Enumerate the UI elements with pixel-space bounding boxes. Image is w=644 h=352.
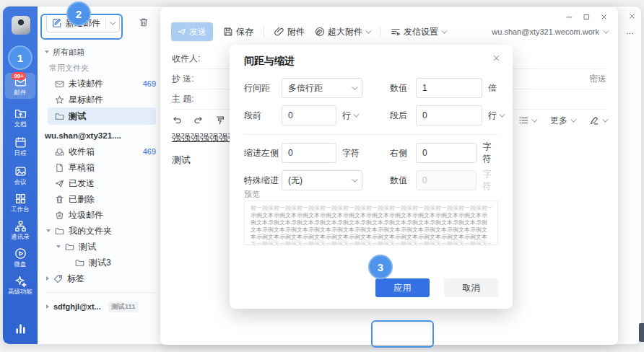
preview-sample-text: 示例文本示例文本示例文本示例文本示例文本示例文本示例文本示例文本示例文本示例文本…: [251, 212, 492, 241]
caret-down-icon: [45, 50, 49, 53]
rail-item-meeting[interactable]: 会议: [3, 165, 38, 186]
special-value-unit: 字符: [482, 168, 498, 193]
ordered-list-icon: [518, 115, 528, 126]
contacts-icon: [14, 220, 27, 232]
inbox-icon: [55, 147, 64, 157]
rail-item-calendar[interactable]: 日程: [3, 136, 38, 157]
indent-right-unit: 字符: [482, 141, 498, 165]
folder-test-selected[interactable]: 测试: [48, 107, 156, 125]
indent-left-input[interactable]: 0: [282, 143, 336, 163]
list-style-button[interactable]: [518, 115, 536, 126]
indent-left-unit: 字符: [342, 147, 360, 159]
special-indent-label: 特殊缩进: [244, 175, 282, 187]
account-header[interactable]: wu.shan@xty321....: [38, 128, 163, 144]
attachment-button[interactable]: 附件: [274, 26, 305, 38]
line-spacing-select[interactable]: 多倍行距: [282, 78, 362, 98]
folder-tags[interactable]: 标签: [38, 270, 163, 286]
folder-sub-test3[interactable]: 测试3: [38, 255, 163, 270]
star-icon: [55, 95, 64, 105]
multiple-input[interactable]: 1: [416, 78, 482, 98]
calendar-icon: [14, 136, 27, 149]
chevron-down-icon: [570, 116, 576, 122]
folder-sub-test[interactable]: 测试: [38, 239, 163, 255]
more-options-icon[interactable]: [625, 29, 635, 38]
maximize-icon[interactable]: [583, 13, 591, 21]
preview-before-text: 前一段落前一段落前一段落前一段落前一段落前一段落前一段落前一段落前一段落前一段落…: [251, 205, 492, 212]
folder-deleted[interactable]: 已删除: [38, 191, 163, 207]
compose-icon: [52, 18, 62, 28]
after-para-unit[interactable]: 行: [488, 110, 503, 122]
apply-button[interactable]: 应用: [375, 278, 430, 297]
indent-left-label: 缩进左侧: [244, 147, 282, 159]
panel-divider: [46, 292, 155, 293]
close-icon[interactable]: [600, 13, 608, 21]
special-value-input-disabled: 0: [416, 170, 477, 190]
bar-chart-icon: [14, 322, 27, 335]
chevron-down-icon: [603, 27, 609, 33]
chevron-down-icon: [352, 84, 357, 89]
folder-icon: [65, 242, 74, 252]
rail-item-report[interactable]: [3, 322, 38, 335]
folder-icon: [75, 258, 84, 268]
format-painter-icon[interactable]: [215, 115, 225, 126]
indent-right-input[interactable]: 0: [416, 143, 477, 163]
rail-item-drive[interactable]: 微盘: [3, 247, 38, 268]
toolbar-divider: [264, 27, 264, 37]
account-switcher[interactable]: wu.shan@xty321.wecom.work: [492, 27, 607, 36]
rail-item-docs[interactable]: 文档: [3, 107, 38, 128]
trash-icon[interactable]: [139, 17, 149, 27]
send-settings-icon: [391, 27, 401, 37]
button-divider: [105, 18, 106, 28]
send-button[interactable]: 发送: [171, 22, 213, 41]
chevron-down-icon: [531, 116, 537, 122]
before-para-unit[interactable]: 行: [342, 110, 357, 122]
rail-item-workbench[interactable]: 工作台: [3, 193, 38, 214]
close-icon[interactable]: [492, 53, 501, 63]
large-attachment-icon: [315, 27, 325, 37]
account2-badge: 测试111: [108, 302, 139, 312]
cancel-button[interactable]: 取消: [444, 278, 498, 297]
save-button[interactable]: 保存: [223, 26, 253, 38]
multiple-label: 数值: [390, 82, 416, 94]
rail-item-mail[interactable]: 99+ 邮件: [5, 73, 35, 99]
chevron-down-icon: [499, 111, 505, 117]
chevron-down-icon[interactable]: [110, 19, 116, 25]
folder-starred[interactable]: 星标邮件: [38, 92, 163, 107]
preview-box: 前一段落前一段落前一段落前一段落前一段落前一段落前一段落前一段落前一段落前一段落…: [244, 201, 498, 245]
folder-inbox[interactable]: 收件箱469: [38, 144, 163, 159]
folder-my-folders[interactable]: 我的文件夹: [38, 223, 163, 239]
chevron-down-icon: [602, 116, 608, 122]
save-icon: [223, 27, 233, 37]
account2-header[interactable]: sdfghjl@xt...测试111: [38, 299, 163, 314]
draft-icon: [55, 163, 64, 172]
special-indent-select[interactable]: (无): [282, 170, 362, 190]
unread-count: 469: [143, 79, 156, 88]
more-format-button[interactable]: 更多: [550, 115, 575, 127]
after-para-input[interactable]: 0: [416, 105, 482, 126]
folder-sent[interactable]: 已发送: [38, 175, 163, 191]
trash-icon: [55, 195, 64, 204]
rail-item-contacts[interactable]: 通讯录: [3, 220, 38, 241]
undo-icon[interactable]: [172, 115, 182, 126]
folder-junk[interactable]: 垃圾邮件: [38, 207, 163, 223]
preview-after-text: 下一段落下一段落下一段落下一段落下一段落下一段落下一段落下一段落下一段落下一段落…: [251, 241, 492, 245]
paperclip-icon: [274, 27, 284, 37]
folder-drafts[interactable]: 草稿箱: [38, 159, 163, 175]
redo-icon[interactable]: [193, 115, 204, 126]
signature-button[interactable]: [589, 115, 606, 126]
folder-unread[interactable]: 未读邮件469: [38, 76, 163, 92]
inbox-count: 469: [143, 147, 156, 156]
send-settings-button[interactable]: 发信设置: [391, 26, 445, 38]
pen-icon: [589, 115, 599, 126]
section-all-mailboxes[interactable]: 所有邮箱: [38, 44, 163, 60]
bcc-link[interactable]: 密送: [589, 73, 606, 85]
before-para-input[interactable]: 0: [282, 105, 336, 126]
large-attachment-button[interactable]: 超大附件: [315, 26, 370, 38]
close-icon[interactable]: [628, 12, 636, 20]
minimize-icon[interactable]: [565, 13, 573, 21]
rail-item-advanced[interactable]: 高级功能: [3, 275, 38, 296]
caret-down-icon: [56, 245, 61, 248]
drive-icon: [14, 247, 27, 260]
avatar[interactable]: [12, 16, 30, 35]
caret-right-icon: [46, 304, 49, 309]
